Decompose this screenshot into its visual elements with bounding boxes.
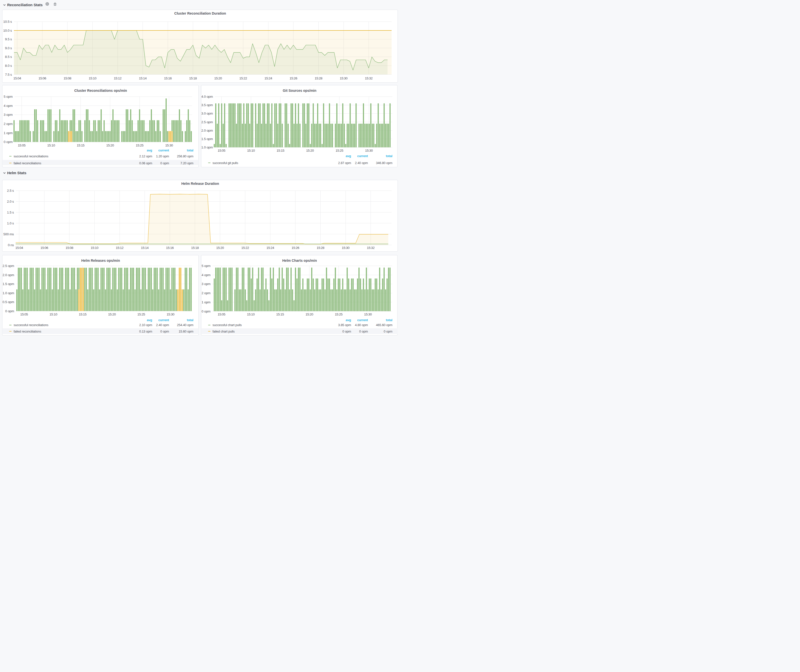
svg-text:2.5 s: 2.5 s (7, 189, 14, 192)
svg-text:15:06: 15:06 (40, 246, 48, 250)
svg-text:15:10: 15:10 (47, 144, 55, 147)
svg-text:15:32: 15:32 (367, 246, 374, 250)
svg-text:15:04: 15:04 (13, 77, 21, 80)
svg-text:15:04: 15:04 (15, 246, 23, 250)
svg-text:15:20: 15:20 (216, 246, 224, 250)
svg-text:total: total (386, 318, 392, 322)
svg-text:total: total (187, 149, 193, 152)
svg-text:15:24: 15:24 (266, 246, 274, 250)
svg-text:successful git pulls: successful git pulls (213, 161, 238, 165)
svg-text:15:26: 15:26 (291, 246, 299, 250)
svg-text:current: current (357, 318, 368, 322)
svg-text:4 opm: 4 opm (202, 273, 211, 277)
svg-text:15:24: 15:24 (264, 77, 272, 80)
svg-text:0 opm: 0 opm (384, 329, 392, 333)
svg-text:7.20 opm: 7.20 opm (180, 161, 193, 165)
svg-text:2.5 opm: 2.5 opm (2, 264, 14, 268)
svg-text:15:20: 15:20 (106, 144, 114, 147)
svg-text:2 opm: 2 opm (202, 291, 211, 295)
svg-text:15:15: 15:15 (77, 144, 84, 147)
svg-text:Helm Release Duration: Helm Release Duration (181, 182, 219, 186)
svg-text:1.0 opm: 1.0 opm (2, 291, 14, 295)
svg-text:15:26: 15:26 (290, 77, 297, 80)
svg-text:15:30: 15:30 (342, 246, 349, 250)
svg-text:15:28: 15:28 (317, 246, 324, 250)
svg-text:failed reconciliations: failed reconciliations (14, 161, 41, 165)
svg-text:Helm Releases ops/min: Helm Releases ops/min (82, 258, 120, 262)
svg-text:total: total (386, 154, 392, 158)
svg-text:15:08: 15:08 (64, 77, 71, 80)
svg-text:1.5 s: 1.5 s (7, 210, 14, 214)
svg-text:15:20: 15:20 (214, 77, 222, 80)
svg-text:15:10: 15:10 (247, 149, 255, 152)
svg-text:failed reconciliations: failed reconciliations (14, 329, 41, 333)
svg-text:8.0 s: 8.0 s (5, 64, 12, 67)
svg-text:15:25: 15:25 (136, 144, 144, 147)
svg-text:15:12: 15:12 (114, 77, 122, 80)
svg-text:0 opm: 0 opm (160, 161, 169, 165)
svg-text:2.40 opm: 2.40 opm (156, 323, 169, 327)
svg-text:7.5 s: 7.5 s (5, 73, 12, 77)
svg-text:avg: avg (346, 154, 351, 158)
svg-text:8.5 s: 8.5 s (5, 55, 12, 59)
svg-text:15:10: 15:10 (91, 246, 98, 250)
svg-text:15:14: 15:14 (139, 77, 147, 80)
svg-text:successful reconciliations: successful reconciliations (14, 323, 48, 327)
svg-text:2 opm: 2 opm (4, 122, 13, 125)
svg-text:15:05: 15:05 (218, 312, 226, 316)
svg-text:4.0 opm: 4.0 opm (202, 95, 213, 98)
svg-text:1.5 opm: 1.5 opm (2, 282, 14, 286)
svg-text:3 opm: 3 opm (202, 282, 211, 286)
svg-text:256.80 opm: 256.80 opm (177, 154, 193, 158)
svg-text:15:30: 15:30 (167, 312, 174, 316)
svg-text:Cluster Reconciliation Duratio: Cluster Reconciliation Duration (174, 11, 226, 15)
svg-text:15:10: 15:10 (88, 77, 96, 80)
svg-text:346.80 opm: 346.80 opm (376, 161, 392, 165)
svg-text:0 opm: 0 opm (5, 309, 14, 313)
svg-text:2.0 opm: 2.0 opm (2, 273, 14, 277)
svg-text:15:15: 15:15 (78, 312, 86, 316)
svg-text:2.5 opm: 2.5 opm (202, 120, 213, 124)
svg-text:254.40 opm: 254.40 opm (177, 323, 193, 327)
svg-text:15:20: 15:20 (306, 149, 314, 152)
svg-text:0.13 opm: 0.13 opm (139, 329, 152, 333)
svg-text:15:28: 15:28 (315, 77, 322, 80)
svg-text:15:25: 15:25 (335, 312, 342, 316)
svg-text:15.60 opm: 15.60 opm (179, 329, 193, 333)
svg-text:avg: avg (346, 318, 351, 322)
svg-text:5 opm: 5 opm (4, 95, 13, 98)
svg-text:15:30: 15:30 (340, 77, 347, 80)
svg-text:1 opm: 1 opm (4, 131, 13, 134)
svg-text:15:25: 15:25 (137, 312, 145, 316)
svg-text:2.87 opm: 2.87 opm (338, 161, 351, 165)
svg-text:0 opm: 0 opm (359, 329, 368, 333)
svg-text:15:20: 15:20 (306, 312, 313, 316)
svg-text:failed chart pulls: failed chart pulls (213, 329, 235, 333)
svg-text:2.10 opm: 2.10 opm (139, 323, 152, 327)
svg-text:15:20: 15:20 (108, 312, 116, 316)
svg-text:Cluster Reconciliations ops/mi: Cluster Reconciliations ops/min (74, 88, 127, 92)
svg-text:15:32: 15:32 (365, 77, 373, 80)
svg-text:15:10: 15:10 (247, 312, 254, 316)
svg-text:15:22: 15:22 (241, 246, 249, 250)
svg-text:1.20 opm: 1.20 opm (156, 154, 169, 158)
svg-text:3.0 opm: 3.0 opm (202, 112, 213, 115)
svg-text:15:30: 15:30 (165, 144, 173, 147)
svg-text:15:25: 15:25 (336, 149, 343, 152)
svg-text:1.0 s: 1.0 s (7, 221, 14, 225)
svg-text:3 opm: 3 opm (4, 113, 13, 117)
svg-text:465.60 opm: 465.60 opm (376, 323, 392, 327)
svg-text:1.0 opm: 1.0 opm (202, 146, 213, 149)
svg-text:0.5 opm: 0.5 opm (2, 300, 14, 304)
svg-text:0 opm: 0 opm (4, 140, 13, 144)
svg-text:Git Sources ops/min: Git Sources ops/min (283, 88, 317, 92)
svg-text:15:30: 15:30 (364, 312, 372, 316)
svg-text:1.5 opm: 1.5 opm (202, 137, 213, 141)
svg-text:15:05: 15:05 (20, 312, 28, 316)
svg-text:0 ns: 0 ns (8, 243, 14, 247)
svg-text:15:16: 15:16 (166, 246, 174, 250)
svg-text:2.0 opm: 2.0 opm (202, 128, 213, 132)
svg-text:15:14: 15:14 (141, 246, 149, 250)
svg-text:successful chart pulls: successful chart pulls (213, 323, 242, 327)
svg-text:1 opm: 1 opm (202, 300, 211, 304)
